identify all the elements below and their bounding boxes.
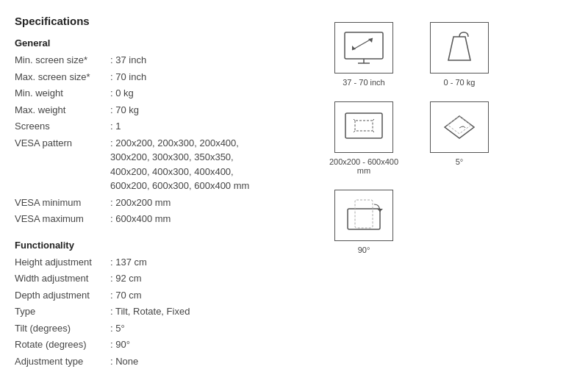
icons-panel: 37 - 70 inch 0 - 70 kg — [294, 15, 573, 369]
svg-marker-14 — [448, 116, 471, 134]
spec-label: Min. screen size* — [15, 53, 110, 68]
spec-row-min-screen: Min. screen size* 37 inch — [15, 53, 294, 68]
spec-label: VESA minimum — [15, 196, 110, 210]
spec-value: 70 kg — [110, 103, 139, 118]
icon-box-screen-size — [334, 22, 393, 74]
spec-label: Depth adjustment — [15, 288, 110, 303]
spec-row-screens: Screens 1 — [15, 119, 294, 134]
weight-icon — [437, 29, 481, 66]
functionality-section-title: Functionality — [15, 240, 294, 251]
spec-value: 37 inch — [110, 53, 146, 68]
icon-label-vesa: 200x200 - 600x400 mm — [323, 157, 404, 175]
spec-label: Max. weight — [15, 103, 110, 118]
spec-value: 200x200, 200x300, 200x400, 300x200, 300x… — [110, 136, 265, 193]
spec-value: 1 — [110, 119, 121, 134]
icon-item-rotate: 90° — [323, 190, 404, 254]
spec-value: 137 cm — [110, 255, 147, 270]
page-title: Specifications — [15, 15, 294, 27]
spec-row-max-weight: Max. weight 70 kg — [15, 103, 294, 118]
spec-value: 0 kg — [110, 86, 134, 101]
spec-value: 200x200 mm — [110, 196, 171, 210]
svg-marker-6 — [448, 37, 470, 60]
spec-value: 70 inch — [110, 70, 146, 85]
spec-row-vesa-min: VESA minimum 200x200 mm — [15, 196, 294, 210]
icons-grid: 37 - 70 inch 0 - 70 kg — [323, 22, 573, 254]
icon-label-weight: 0 - 70 kg — [444, 78, 476, 87]
spec-row-type: Type Tilt, Rotate, Fixed — [15, 304, 294, 319]
icon-box-tilt — [430, 101, 489, 153]
svg-line-9 — [354, 119, 355, 121]
spec-label: Min. weight — [15, 86, 110, 101]
spec-row-rotate: Rotate (degrees) 90° — [15, 337, 294, 352]
spec-label: VESA pattern — [15, 136, 110, 193]
spec-value: Tilt, Rotate, Fixed — [110, 304, 190, 319]
screen-size-icon — [342, 29, 386, 66]
spec-value: 70 cm — [110, 288, 142, 303]
svg-line-12 — [373, 131, 374, 132]
icon-label-screen-size: 37 - 70 inch — [343, 78, 384, 87]
spec-label: Height adjustment — [15, 255, 110, 270]
icon-label-rotate: 90° — [358, 246, 370, 254]
spec-label: Rotate (degrees) — [15, 337, 110, 352]
spec-row-vesa-max: VESA maximum 600x400 mm — [15, 212, 294, 226]
spec-value: 600x400 mm — [110, 212, 171, 226]
spec-value: 5° — [110, 321, 125, 336]
svg-rect-8 — [355, 121, 373, 131]
rotate-icon — [342, 197, 386, 234]
spec-row-adj-type: Adjustment type None — [15, 354, 294, 369]
icon-item-screen-size: 37 - 70 inch — [323, 22, 404, 87]
svg-marker-13 — [445, 116, 474, 138]
tilt-icon — [437, 109, 481, 146]
svg-rect-7 — [345, 113, 382, 138]
svg-marker-17 — [377, 209, 383, 212]
spec-row-height-adj: Height adjustment 137 cm — [15, 255, 294, 270]
general-section-title: General — [15, 37, 294, 49]
spec-label: Adjustment type — [15, 354, 110, 369]
svg-line-11 — [354, 131, 355, 132]
spec-row-max-screen: Max. screen size* 70 inch — [15, 70, 294, 85]
spec-row-min-weight: Min. weight 0 kg — [15, 86, 294, 101]
spec-label: Screens — [15, 119, 110, 134]
spec-row-tilt: Tilt (degrees) 5° — [15, 321, 294, 336]
svg-rect-16 — [355, 200, 373, 228]
icon-box-vesa — [334, 101, 393, 153]
icon-box-rotate — [334, 190, 393, 241]
icon-box-weight — [430, 22, 489, 74]
svg-rect-15 — [348, 209, 380, 229]
icon-item-vesa: 200x200 - 600x400 mm — [323, 101, 404, 175]
spec-value: None — [110, 354, 138, 369]
spec-label: Tilt (degrees) — [15, 321, 110, 336]
icon-label-tilt: 5° — [456, 157, 464, 166]
svg-line-10 — [373, 119, 374, 121]
spec-row-vesa-pattern: VESA pattern 200x200, 200x300, 200x400, … — [15, 136, 294, 193]
spec-row-width-adj: Width adjustment 92 cm — [15, 271, 294, 286]
spec-label: Max. screen size* — [15, 70, 110, 85]
icon-item-weight: 0 - 70 kg — [419, 22, 500, 87]
spec-value: 92 cm — [110, 271, 142, 286]
icon-item-tilt: 5° — [419, 101, 500, 175]
vesa-icon — [342, 109, 386, 146]
spec-row-depth-adj: Depth adjustment 70 cm — [15, 288, 294, 303]
spec-label: Width adjustment — [15, 271, 110, 286]
spec-label: VESA maximum — [15, 212, 110, 226]
specs-panel: Specifications General Min. screen size*… — [15, 15, 294, 369]
svg-rect-0 — [345, 32, 383, 59]
spec-label: Type — [15, 304, 110, 319]
spec-value: 90° — [110, 337, 130, 352]
